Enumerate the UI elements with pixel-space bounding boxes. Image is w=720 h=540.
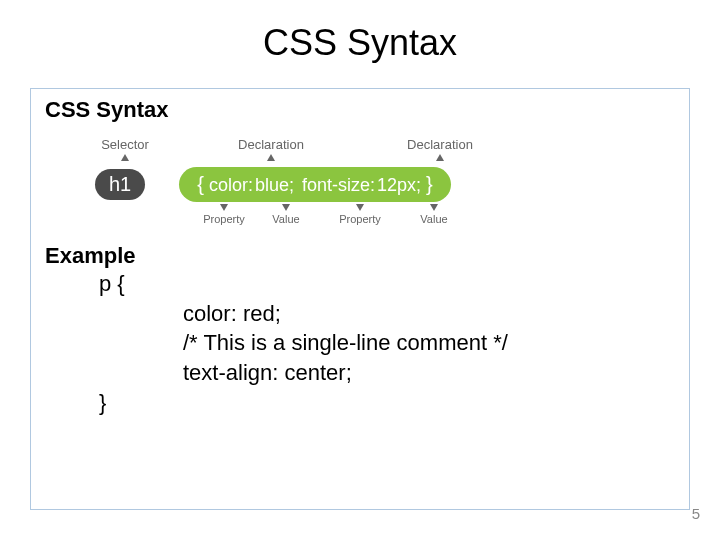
brace-close: } [422,173,437,196]
code-line: text-align: center; [183,358,675,388]
label-property-1: Property [191,213,257,225]
label-declaration-2: Declaration [355,137,525,152]
val1: blue; [254,175,295,196]
arrow-up-icon [430,204,438,211]
prop1: color: [208,175,254,196]
content-box: CSS Syntax Selector Declaration Declarat… [30,88,690,510]
brace-open: { [193,173,208,196]
arrow-down-icon [121,154,129,161]
code-line: /* This is a single-line comment */ [183,328,675,358]
arrow-down-icon [267,154,275,161]
arrow-down-icon [436,154,444,161]
selector-pill: h1 [95,169,145,200]
arrow-up-icon [220,204,228,211]
val2: 12px; [376,175,422,196]
code-line: } [99,388,675,418]
syntax-diagram: Selector Declaration Declaration h1 { co… [95,137,675,225]
label-declaration-1: Declaration [191,137,351,152]
arrow-up-icon [282,204,290,211]
label-selector: Selector [95,137,155,152]
label-value-2: Value [405,213,463,225]
prop2: font-size: [301,175,376,196]
label-property-2: Property [315,213,405,225]
slide-title: CSS Syntax [0,0,720,64]
code-example: p { color: red; /* This is a single-line… [45,269,675,417]
arrow-up-icon [356,204,364,211]
section-heading: CSS Syntax [45,97,675,123]
code-line: color: red; [183,299,675,329]
label-value-1: Value [257,213,315,225]
page-number: 5 [692,505,700,522]
declaration-pill: { color: blue; font-size: 12px; } [179,167,451,202]
example-heading: Example [45,243,675,269]
code-line: p { [99,269,675,299]
